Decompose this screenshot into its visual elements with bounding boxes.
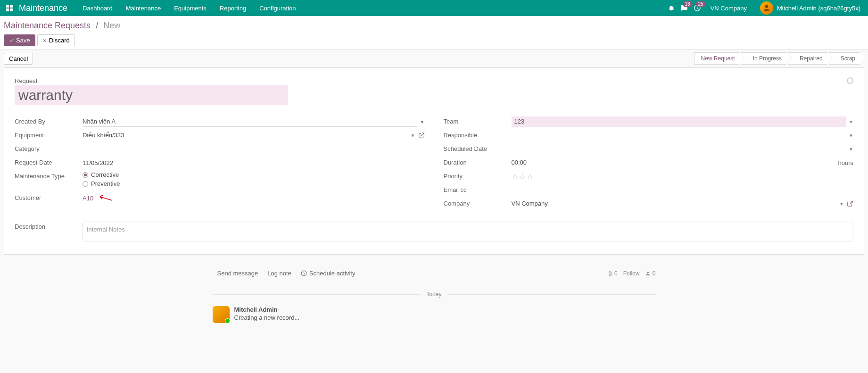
schedule-label: Schedule activity [309,270,355,277]
activities-icon[interactable]: 25 [694,4,701,12]
right-column: Team ▼ Responsible ▼ Scheduled Date [444,116,854,212]
duration-label: Duration [444,157,512,166]
attachment-count[interactable]: 0 [607,270,618,277]
request-label: Request [15,77,853,84]
dropdown-icon[interactable]: ▼ [420,119,425,124]
radio-corrective-label: Corrective [91,171,119,178]
schedule-activity-button[interactable]: Schedule activity [296,267,360,280]
description-input[interactable]: Internal Notes [83,222,853,241]
external-link-icon[interactable] [418,132,425,139]
message-avatar-icon [213,306,230,323]
description-label: Description [15,222,83,230]
svg-rect-3 [10,8,13,11]
cancel-button[interactable]: Cancel [4,53,33,65]
form-sheet: Request Created By ▼ Equipment ▼ [4,67,864,255]
dropdown-icon[interactable]: ▼ [849,119,853,124]
nav-right: 13 25 VN Company Mitchell Admin (sq6ha26… [668,1,864,15]
navbar: Maintenance Dashboard Maintenance Equipm… [0,0,868,16]
team-label: Team [444,116,512,125]
scheduled-date-label: Scheduled Date [444,144,512,152]
chatter: Send message Log note Schedule activity … [213,262,656,325]
stage-scrap[interactable]: Scrap [829,52,864,65]
nav-menu: Dashboard Maintenance Equipments Reporti… [76,1,302,16]
apps-icon[interactable] [4,2,15,14]
arrow-annotation-icon [98,195,113,201]
message: Mitchell Admin Creating a new record... [213,304,656,325]
star-icon[interactable]: ☆ [519,172,526,181]
created-by-label: Created By [15,116,83,125]
user-name: Mitchell Admin (sq6ha26gty5x) [777,5,860,12]
company-input[interactable] [512,199,837,208]
app-brand[interactable]: Maintenance [19,3,67,13]
external-link-icon[interactable] [847,200,853,207]
menu-reporting[interactable]: Reporting [213,1,253,16]
star-icon[interactable]: ☆ [527,172,533,181]
message-body: Creating a new record... [234,314,300,321]
category-label: Category [15,144,83,152]
kanban-state-icon[interactable] [847,77,853,84]
radio-preventive-label: Preventive [91,180,120,187]
svg-rect-2 [6,8,9,11]
menu-configuration[interactable]: Configuration [253,1,302,16]
request-name-input[interactable] [15,85,288,105]
activities-badge: 25 [696,1,706,7]
category-input[interactable] [83,144,425,154]
status-bar: New Request In Progress Repaired Scrap [694,52,864,65]
breadcrumb-parent[interactable]: Maintenance Requests [4,21,91,30]
svg-point-4 [765,5,769,8]
equipment-input[interactable] [83,131,408,140]
priority-stars: ☆ ☆ ☆ [512,172,533,181]
maintenance-type-label: Maintenance Type [15,171,83,180]
star-icon[interactable]: ☆ [512,172,518,181]
save-label: Save [16,37,30,44]
debug-icon[interactable] [668,5,675,11]
stage-repaired[interactable]: Repaired [788,52,832,65]
save-button[interactable]: Save [4,34,35,46]
log-note-button[interactable]: Log note [263,267,296,280]
dropdown-icon[interactable]: ▼ [849,147,853,152]
dropdown-icon[interactable]: ▼ [849,133,853,138]
duration-unit: hours [838,159,853,166]
messaging-icon[interactable]: 13 [680,4,688,12]
discard-label: Discard [49,37,70,44]
menu-equipments[interactable]: Equipments [167,1,213,16]
left-column: Created By ▼ Equipment ▼ [15,116,425,212]
scheduled-date-input[interactable] [512,144,846,154]
radio-corrective[interactable]: Corrective [83,171,120,178]
radio-icon [83,181,88,187]
discard-button[interactable]: Discard [37,34,75,46]
request-date-label: Request Date [15,157,83,166]
team-input[interactable] [512,116,846,127]
svg-rect-0 [6,5,9,8]
send-message-button[interactable]: Send message [213,267,263,280]
menu-maintenance[interactable]: Maintenance [119,1,167,16]
company-label: Company [444,199,512,207]
priority-label: Priority [444,171,512,180]
menu-dashboard[interactable]: Dashboard [76,1,119,16]
dropdown-icon[interactable]: ▼ [839,201,844,207]
email-cc-label: Email cc [444,185,512,193]
responsible-input[interactable] [512,131,846,140]
email-cc-input[interactable] [512,185,854,195]
responsible-label: Responsible [444,130,512,139]
created-by-input[interactable] [83,117,417,126]
stage-in-progress[interactable]: In Progress [741,52,791,65]
radio-preventive[interactable]: Preventive [83,180,120,187]
svg-rect-1 [10,5,13,8]
messaging-badge: 13 [683,1,693,7]
duration-input[interactable] [512,158,827,167]
breadcrumb-sep: / [96,21,98,30]
radio-icon [83,172,88,178]
breadcrumb: Maintenance Requests / New [4,21,864,34]
date-separator: Today [213,291,656,298]
follow-button[interactable]: Follow [623,270,640,277]
dropdown-icon[interactable]: ▼ [411,133,415,138]
equipment-label: Equipment [15,130,83,139]
customer-value[interactable]: A10 [83,195,93,202]
user-avatar-icon [760,1,773,15]
follower-count[interactable]: 0 [645,270,655,277]
user-menu[interactable]: Mitchell Admin (sq6ha26gty5x) [756,1,864,15]
request-date-value: 11/05/2022 [83,159,113,166]
company-selector[interactable]: VN Company [707,5,751,12]
stage-new-request[interactable]: New Request [694,52,744,65]
